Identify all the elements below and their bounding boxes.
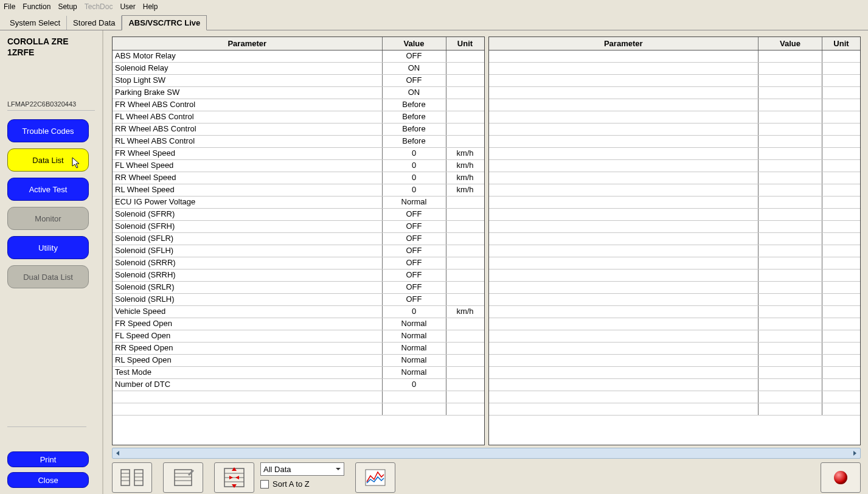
expand-collapse-button[interactable]	[214, 462, 254, 493]
horizontal-scrollbar[interactable]	[112, 448, 861, 459]
nav-buttons: Trouble Codes Data List Active Test Moni…	[7, 119, 95, 288]
table-row[interactable]	[489, 257, 861, 270]
record-button[interactable]	[821, 462, 861, 493]
table-row[interactable]: RL Speed OpenNormal	[113, 355, 484, 367]
cell-value: ON	[383, 63, 446, 74]
chevron-down-icon	[335, 465, 341, 474]
table-row[interactable]: Solenoid (SRRR)OFF	[113, 257, 484, 270]
table-row[interactable]: Solenoid (SFLH)OFF	[113, 245, 484, 257]
print-button[interactable]: Print	[7, 451, 89, 467]
table-row[interactable]: Solenoid (SRLR)OFF	[113, 282, 484, 294]
cell-unit	[446, 136, 484, 147]
close-button[interactable]: Close	[7, 472, 89, 488]
header-parameter[interactable]: Parameter	[113, 37, 383, 50]
header-unit[interactable]: Unit	[822, 37, 860, 50]
table-row[interactable]	[489, 148, 861, 160]
table-row[interactable]	[489, 233, 861, 245]
header-value[interactable]: Value	[383, 37, 446, 50]
table-row[interactable]	[489, 245, 861, 257]
menu-file[interactable]: File	[4, 2, 15, 11]
utility-button[interactable]: Utility	[7, 236, 89, 259]
cell-unit	[446, 63, 484, 74]
tab-system-select[interactable]: System Select	[4, 16, 67, 30]
table-row[interactable]	[489, 282, 861, 294]
table-row[interactable]: RL Wheel Speed0km/h	[113, 184, 484, 197]
menu-help[interactable]: Help	[143, 2, 158, 11]
table-row[interactable]: Test ModeNormal	[113, 367, 484, 379]
table-row[interactable]	[489, 318, 861, 330]
table-row[interactable]	[489, 111, 861, 124]
table-row[interactable]: RL Wheel ABS ControlBefore	[113, 136, 484, 148]
cell-unit: km/h	[446, 184, 484, 196]
trouble-codes-button[interactable]: Trouble Codes	[7, 119, 89, 142]
table-row[interactable]: Number of DTC0	[113, 379, 484, 391]
table-row[interactable]: Solenoid (SRRH)OFF	[113, 270, 484, 282]
table-row[interactable]	[489, 343, 861, 355]
table-row[interactable]: ECU IG Power VoltageNormal	[113, 197, 484, 209]
table-row[interactable]	[489, 294, 861, 306]
table-body-left: ABS Motor RelayOFFSolenoid RelayONStop L…	[113, 50, 484, 445]
table-row[interactable]	[489, 209, 861, 221]
menu-function[interactable]: Function	[23, 2, 50, 11]
table-row[interactable]: Solenoid (SFRH)OFF	[113, 221, 484, 233]
table-row[interactable]	[489, 136, 861, 148]
cell-unit	[446, 270, 484, 281]
table-row[interactable]: Stop Light SWOFF	[113, 75, 484, 87]
table-row[interactable]: Solenoid RelayON	[113, 63, 484, 75]
table-row[interactable]: Solenoid (SRLH)OFF	[113, 294, 484, 306]
table-row[interactable]	[489, 197, 861, 209]
table-row[interactable]: FR Speed OpenNormal	[113, 318, 484, 330]
table-row[interactable]	[489, 124, 861, 136]
graph-button[interactable]	[355, 462, 395, 493]
table-row[interactable]: Parking Brake SWON	[113, 87, 484, 99]
header-value[interactable]: Value	[759, 37, 822, 50]
tab-stored-data[interactable]: Stored Data	[67, 16, 122, 30]
menu-setup[interactable]: Setup	[58, 2, 77, 11]
tab-live-data[interactable]: ABS/VSC/TRC Live	[122, 15, 207, 30]
header-parameter[interactable]: Parameter	[489, 37, 759, 50]
cell-value: OFF	[383, 50, 446, 62]
table-row[interactable]	[489, 306, 861, 318]
table-row[interactable]	[489, 403, 861, 416]
table-row[interactable]	[113, 391, 484, 403]
table-row[interactable]: FR Wheel Speed0km/h	[113, 148, 484, 160]
table-row[interactable]: ABS Motor RelayOFF	[113, 50, 484, 63]
table-row[interactable]	[489, 355, 861, 367]
scroll-left-icon[interactable]	[114, 449, 122, 457]
table-row[interactable]	[489, 330, 861, 343]
table-row[interactable]: Solenoid (SFLR)OFF	[113, 233, 484, 245]
table-row[interactable]	[489, 160, 861, 172]
menu-user[interactable]: User	[120, 2, 135, 11]
table-row[interactable]	[489, 184, 861, 197]
table-row[interactable]	[489, 391, 861, 403]
table-row[interactable]	[489, 270, 861, 282]
scroll-right-icon[interactable]	[850, 449, 859, 457]
header-unit[interactable]: Unit	[446, 37, 484, 50]
select-items-button[interactable]	[163, 462, 203, 493]
active-test-button[interactable]: Active Test	[7, 178, 89, 201]
table-row[interactable]: FL Speed OpenNormal	[113, 330, 484, 343]
table-row[interactable]	[489, 172, 861, 184]
table-row[interactable]	[489, 50, 861, 63]
select-columns-button[interactable]	[112, 462, 152, 493]
table-row[interactable]	[489, 379, 861, 391]
table-row[interactable]	[113, 403, 484, 416]
table-row[interactable]: FL Wheel Speed0km/h	[113, 160, 484, 172]
table-row[interactable]: FR Wheel ABS ControlBefore	[113, 99, 484, 111]
sort-checkbox[interactable]: Sort A to Z	[260, 479, 344, 489]
table-row[interactable]: Solenoid (SFRR)OFF	[113, 209, 484, 221]
table-row[interactable]	[489, 87, 861, 99]
filter-select[interactable]: All Data	[260, 462, 344, 476]
table-row[interactable]	[489, 99, 861, 111]
table-row[interactable]	[489, 221, 861, 233]
table-row[interactable]	[489, 75, 861, 87]
table-row[interactable]: RR Speed OpenNormal	[113, 343, 484, 355]
data-list-button[interactable]: Data List	[7, 148, 89, 172]
cell-value: OFF	[383, 282, 446, 293]
table-row[interactable]	[489, 367, 861, 379]
table-row[interactable]	[489, 63, 861, 75]
table-row[interactable]: RR Wheel Speed0km/h	[113, 172, 484, 184]
table-row[interactable]: FL Wheel ABS ControlBefore	[113, 111, 484, 124]
table-row[interactable]: RR Wheel ABS ControlBefore	[113, 124, 484, 136]
table-row[interactable]: Vehicle Speed0km/h	[113, 306, 484, 318]
